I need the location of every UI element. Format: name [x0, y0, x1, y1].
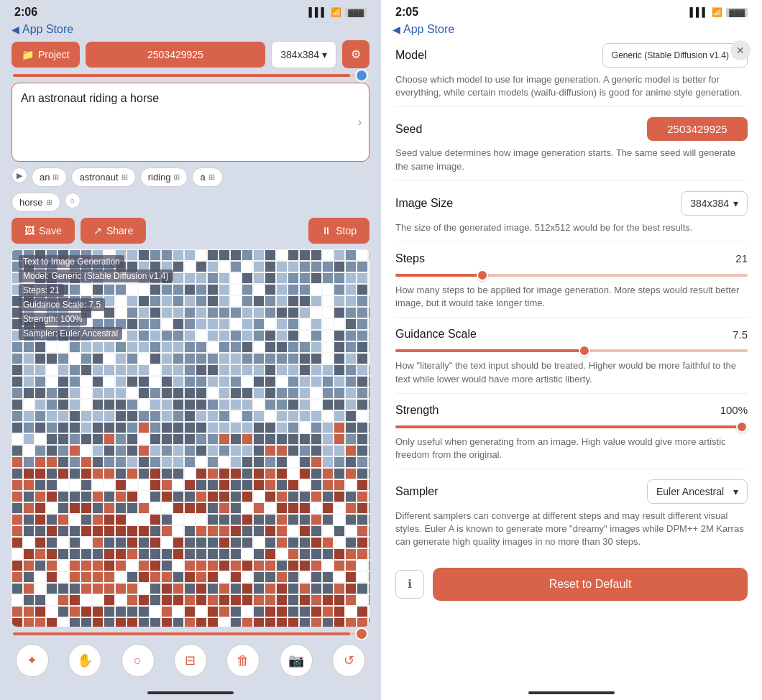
bottom-slider-thumb[interactable]: [355, 627, 368, 640]
overlay-line4: Guidance Scale: 7.5: [19, 298, 105, 311]
top-slider-container[interactable]: [12, 74, 369, 77]
sliders-icon: ⚙: [351, 48, 361, 60]
wifi-icon: 📶: [331, 7, 341, 17]
settings-modal-content: Model Generic (Stable Diffusion v1.4) ▾ …: [381, 40, 762, 689]
chevron-down-icon: ▾: [322, 49, 327, 60]
bottom-slider-container[interactable]: [12, 632, 369, 638]
home-indicator-right: [528, 691, 615, 694]
tool-magic-button[interactable]: ✦: [16, 644, 49, 677]
overlay-line5: Strength: 100%: [19, 313, 87, 326]
share-icon: ↗: [93, 225, 102, 236]
image-overlay: Text to Image Generation Model: Generic …: [12, 249, 180, 346]
status-bar-right: 2:05 ▌▌▌ 📶 ▓▓▓: [381, 0, 762, 22]
steps-slider-thumb[interactable]: [477, 270, 488, 281]
action-row: 🖼 Save ↗ Share ⏸ Stop: [12, 218, 369, 244]
guidance-setting-row: Guidance Scale 7.5: [395, 317, 748, 346]
close-button[interactable]: ✕: [730, 40, 750, 60]
tag-an[interactable]: an ⊞: [32, 167, 67, 187]
sampler-value: Euler Ancestral: [656, 486, 724, 497]
signal-icon: ▌▌▌: [309, 7, 328, 17]
guidance-label: Guidance Scale: [395, 328, 477, 341]
sampler-setting-row: Sampler Euler Ancestral ▾: [395, 469, 748, 510]
guidance-slider-thumb[interactable]: [579, 345, 590, 356]
share-button[interactable]: ↗ Share: [81, 218, 146, 244]
tag-play-button[interactable]: ▶: [12, 167, 27, 183]
steps-description: How many steps to be applied for image g…: [395, 284, 748, 317]
stop-button[interactable]: ⏸ Stop: [308, 218, 369, 244]
wifi-icon-right: 📶: [712, 7, 722, 17]
folder-icon: 📁: [22, 49, 34, 60]
status-icons-left: ▌▌▌ 📶 ▓▓▓: [309, 7, 367, 17]
model-value: Generic (Stable Diffusion v1.4): [612, 50, 729, 60]
tag-add-button[interactable]: ○: [65, 193, 81, 208]
sampler-description: Different samplers can converge at diffe…: [395, 510, 748, 556]
right-phone: 2:05 ▌▌▌ 📶 ▓▓▓ ◀ App Store ✕ Model Gener…: [381, 0, 762, 700]
prompt-box[interactable]: An astronaut riding a horse ›: [12, 83, 369, 162]
info-icon: ℹ: [408, 577, 412, 591]
overlay-line2: Model: Generic (Stable Diffusion v1.4): [19, 270, 173, 282]
top-slider-thumb[interactable]: [355, 69, 368, 82]
model-dropdown[interactable]: Generic (Stable Diffusion v1.4) ▾: [602, 43, 748, 68]
strength-slider-thumb[interactable]: [736, 421, 748, 433]
model-label: Model: [395, 49, 427, 62]
reset-button[interactable]: Reset to Default: [433, 568, 748, 601]
app-store-link-left[interactable]: App Store: [22, 23, 73, 36]
top-slider-fill: [13, 74, 350, 77]
nav-bar-right[interactable]: ◀ App Store: [381, 22, 762, 40]
overlay-line6: Sampler: Euler Ancestral: [19, 327, 122, 340]
guidance-slider-row: [395, 349, 748, 352]
seed-description: Seed value determines how image generati…: [395, 147, 748, 180]
steps-slider-track: [395, 274, 748, 277]
guidance-slider-track: [395, 349, 748, 352]
save-button[interactable]: 🖼 Save: [12, 218, 75, 244]
save-icon: 🖼: [24, 225, 35, 236]
bottom-slider-fill: [13, 632, 350, 635]
time-left: 2:06: [14, 6, 37, 19]
tag-a-icon: ⊞: [208, 172, 215, 182]
steps-label: Steps: [395, 252, 425, 265]
history-icon: ↺: [344, 653, 354, 668]
settings-button[interactable]: ⚙: [342, 40, 369, 68]
expand-arrow-icon: ›: [358, 116, 362, 129]
seed-button[interactable]: 2503429925: [86, 42, 266, 68]
tool-erase-button[interactable]: ○: [121, 644, 155, 677]
bottom-slider-track: [13, 632, 368, 635]
magic-icon: ✦: [27, 653, 37, 668]
tool-hand-button[interactable]: ✋: [68, 644, 101, 677]
info-button[interactable]: ℹ: [395, 570, 424, 599]
project-button[interactable]: 📁 Project: [12, 42, 80, 68]
sampler-dropdown[interactable]: Euler Ancestral ▾: [647, 479, 748, 504]
tool-history-button[interactable]: ↺: [332, 644, 365, 677]
tags-row-2: horse ⊞ ○: [12, 193, 369, 212]
tool-delete-button[interactable]: 🗑: [226, 644, 260, 677]
guidance-slider-container[interactable]: [395, 346, 748, 359]
tag-astronaut[interactable]: astronaut ⊞: [71, 167, 135, 187]
model-setting-row: Model Generic (Stable Diffusion v1.4) ▾: [395, 40, 748, 73]
size-chevron-icon: ▾: [733, 198, 738, 209]
tag-horse[interactable]: horse ⊞: [12, 193, 60, 212]
signal-icon-right: ▌▌▌: [690, 7, 709, 17]
steps-slider-row: [395, 274, 748, 277]
tag-riding[interactable]: riding ⊞: [140, 167, 188, 187]
select-icon: ⊟: [185, 653, 196, 668]
tool-camera-button[interactable]: 📷: [280, 644, 313, 677]
size-button[interactable]: 384x384 ▾: [271, 41, 336, 68]
strength-description: Only useful when generating from an imag…: [395, 436, 748, 469]
image-area: Text to Image Generation Model: Generic …: [12, 249, 369, 627]
steps-slider-container[interactable]: [395, 271, 748, 284]
main-toolbar: 📁 Project 2503429925 384x384 ▾ ⚙: [12, 40, 369, 68]
app-store-link-right[interactable]: App Store: [403, 23, 454, 36]
steps-slider-fill: [395, 274, 484, 277]
image-size-dropdown[interactable]: 384x384 ▾: [681, 191, 748, 216]
status-icons-right: ▌▌▌ 📶 ▓▓▓: [690, 7, 748, 17]
strength-slider-container[interactable]: [395, 423, 748, 436]
tag-a[interactable]: a ⊞: [192, 167, 222, 187]
top-slider-track: [13, 74, 368, 77]
battery-icon: ▓▓▓: [345, 8, 367, 17]
strength-slider-row: [395, 425, 748, 428]
hand-icon: ✋: [77, 653, 93, 668]
tool-select-button[interactable]: ⊟: [174, 644, 207, 677]
nav-bar-left[interactable]: ◀ App Store: [0, 22, 381, 40]
image-size-label: Image Size: [395, 197, 453, 210]
overlay-line3: Steps: 21: [19, 284, 64, 297]
